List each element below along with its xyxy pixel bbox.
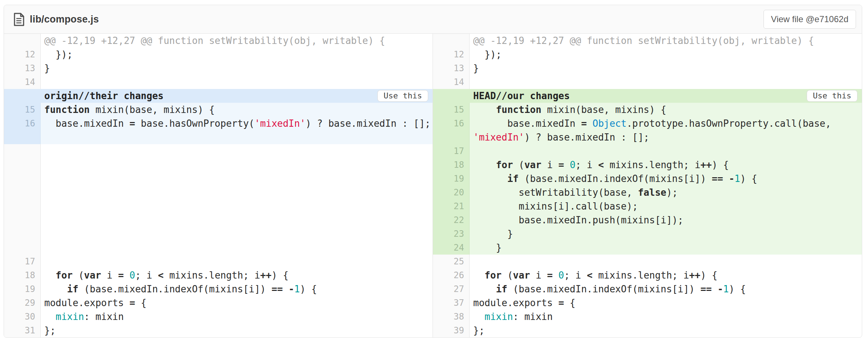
line-number: 15	[4, 103, 41, 117]
line-number: 19	[433, 172, 470, 186]
code-token-s: 'mixedIn'	[473, 132, 524, 143]
code-token-p: module.exports	[473, 297, 558, 308]
line-number: 17	[4, 255, 41, 268]
code-token-k: false	[638, 187, 666, 198]
line-number: 20	[433, 186, 470, 199]
line-number: 37	[433, 296, 470, 310]
code-token-p	[44, 270, 56, 281]
code-row: 25	[433, 255, 862, 268]
code-line: };	[41, 324, 433, 337]
code-token-o: ++	[689, 270, 700, 281]
line-number: 18	[4, 268, 41, 282]
code-row: 18 for (var i = 0; i < mixins.length; i+…	[4, 268, 433, 282]
code-token-p: (	[73, 270, 84, 281]
line-number: 12	[433, 48, 470, 61]
code-line	[470, 75, 862, 89]
code-line: });	[41, 48, 433, 61]
line-number: 13	[433, 61, 470, 75]
line-number	[4, 34, 41, 48]
line-number: 31	[4, 324, 41, 337]
diff-pane-theirs: @@ -12,19 +12,27 @@ function setWritabil…	[4, 34, 433, 337]
conflict-label-left: origin//their changes	[44, 89, 164, 103]
code-token-k: if	[496, 284, 507, 295]
code-token-p: mixin(base, mixins) {	[90, 104, 214, 115]
code-line: }	[470, 241, 862, 255]
code-line: for (var i = 0; i < mixins.length; i++) …	[470, 158, 862, 172]
code-row: 16 base.mixedIn = base.hasOwnProperty('m…	[4, 117, 433, 144]
code-token-p	[553, 270, 558, 281]
code-token-p	[473, 270, 484, 281]
code-line: for (var i = 0; i < mixins.length; i++) …	[41, 268, 433, 282]
code-line: for (var i = 0; i < mixins.length; i++) …	[470, 268, 862, 282]
code-token-p: }	[473, 63, 479, 74]
code-token-p: i	[541, 159, 558, 170]
code-token-p: mixin(base, mixins) {	[541, 104, 666, 115]
code-token-n: 1	[734, 173, 740, 184]
line-number: 24	[433, 241, 470, 255]
code-token-o: ++	[700, 159, 712, 170]
code-token-p	[712, 284, 717, 295]
code-token-o: ++	[260, 270, 271, 281]
code-token-p: };	[44, 325, 56, 336]
code-token-p: (base.mixedIn.indexOf(mixins[i])	[519, 173, 712, 184]
code-token-p: ) {	[300, 284, 317, 295]
line-number: 23	[433, 227, 470, 241]
code-token-p: }	[44, 63, 50, 74]
code-token-p: ) ? base.mixedIn : [];	[524, 132, 649, 143]
code-token-k: function	[44, 104, 90, 115]
code-token-p: ) ? base.mixedIn : [];	[306, 118, 430, 129]
conflict-header-right: HEAD//our changesUse this	[433, 89, 862, 103]
code-token-p: base.mixedIn	[473, 118, 581, 129]
code-token-p: ) {	[712, 159, 729, 170]
code-row: 23 }	[433, 227, 862, 241]
code-token-p: ) {	[271, 270, 288, 281]
line-number: 39	[433, 324, 470, 337]
code-line: function mixin(base, mixins) {	[470, 103, 862, 117]
code-line: module.exports = {	[41, 296, 433, 310]
hunk-header: @@ -12,19 +12,27 @@ function setWritabil…	[470, 34, 862, 48]
line-number: 25	[433, 255, 470, 268]
code-token-p: (	[501, 270, 513, 281]
code-token-k: for	[56, 270, 73, 281]
code-token-p: (base.mixedIn.indexOf(mixins[i])	[507, 284, 700, 295]
code-token-o: ==	[700, 284, 712, 295]
code-row: 22 base.mixedIn.push(mixins[i]);	[433, 213, 862, 227]
code-token-n: 0	[558, 270, 564, 281]
line-number	[4, 144, 41, 255]
code-token-p: });	[473, 49, 501, 60]
code-token-p: : mixin	[84, 311, 124, 322]
code-token-p	[473, 284, 496, 295]
code-token-p	[473, 104, 496, 115]
code-token-o: =	[547, 270, 553, 281]
view-file-button[interactable]: View file @e71062d	[763, 10, 856, 29]
line-number: 17	[433, 144, 470, 158]
code-token-p: base.mixedIn.push(mixins[i]);	[473, 215, 683, 226]
code-row: 12 });	[433, 48, 862, 61]
code-token-n: 0	[570, 159, 576, 170]
code-token-n: 0	[130, 270, 135, 281]
code-token-o: =	[130, 297, 135, 308]
diff-pane-ours: @@ -12,19 +12,27 @@ function setWritabil…	[433, 34, 862, 337]
code-token-o: -	[729, 173, 734, 184]
line-number: 15	[433, 103, 470, 117]
code-token-n: 1	[294, 284, 300, 295]
code-token-p: mixins.length; i	[164, 270, 260, 281]
code-token-p	[564, 159, 570, 170]
code-token-p	[587, 118, 593, 129]
code-token-p: {	[135, 297, 146, 308]
code-line: }	[470, 61, 862, 75]
use-this-button-left[interactable]: Use this	[377, 90, 428, 102]
code-token-p: (base.mixedIn.indexOf(mixins[i])	[78, 284, 271, 295]
diff-split-view: @@ -12,19 +12,27 @@ function setWritabil…	[4, 34, 862, 337]
line-number: 12	[4, 48, 41, 61]
use-this-button-right[interactable]: Use this	[807, 90, 857, 102]
code-token-p: (	[513, 159, 524, 170]
code-token-p	[44, 284, 67, 295]
code-line: }	[41, 61, 433, 75]
code-row: 17	[433, 144, 862, 158]
code-row: 16 base.mixedIn = Object.prototype.hasOw…	[433, 117, 862, 144]
code-token-p: base.hasOwnProperty(	[135, 118, 254, 129]
code-token-p: mixins.length; i	[593, 270, 689, 281]
hunk-header-text: @@ -12,19 +12,27 @@ function setWritabil…	[473, 35, 814, 46]
hunk-header: @@ -12,19 +12,27 @@ function setWritabil…	[41, 34, 433, 48]
